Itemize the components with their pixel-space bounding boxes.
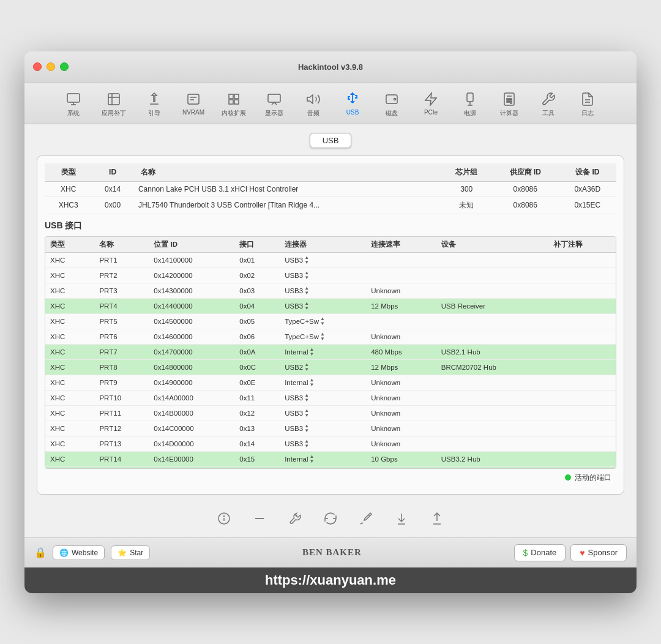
toolbar-item-pcie[interactable]: PCIe — [411, 88, 450, 120]
port-row[interactable]: XHC PRT9 0x14900000 0x0E Internal ▲▼ Unk… — [45, 375, 616, 390]
port-row[interactable]: XHC PRT10 0x14A00000 0x11 USB3 ▲▼ Unknow… — [45, 390, 616, 405]
toolbar-item-disk[interactable]: 磁盘 — [372, 88, 411, 120]
port-port: 0x04 — [234, 298, 280, 313]
usb-icon — [345, 91, 360, 108]
toolbar-item-display[interactable]: 显示器 — [255, 88, 294, 120]
port-connector[interactable]: Internal ▲▼ — [280, 344, 366, 359]
inject-button[interactable] — [356, 509, 376, 531]
star-icon: ⭐ — [118, 549, 127, 557]
donate-button[interactable]: $ Donate — [514, 544, 566, 561]
sponsor-label: Sponsor — [588, 548, 618, 557]
sponsor-button[interactable]: ♥ Sponsor — [570, 544, 627, 561]
port-row[interactable]: XHC PRT8 0x14800000 0x0C USB2 ▲▼ 12 Mbps… — [45, 359, 616, 375]
port-connector[interactable]: USB3 ▲▼ — [280, 283, 366, 298]
import-button[interactable] — [391, 509, 412, 531]
port-connector[interactable]: USB3 ▲▼ — [280, 436, 366, 451]
port-connector[interactable]: Internal ▲▼ — [280, 375, 366, 390]
toolbar-item-nvram[interactable]: NVRAM — [174, 88, 213, 120]
port-note — [548, 451, 616, 466]
port-port: 0x06 — [234, 329, 280, 344]
port-row[interactable]: XHC PRT12 0x14C00000 0x13 USB3 ▲▼ Unknow… — [45, 421, 616, 436]
port-row[interactable]: XHC PRT3 0x14300000 0x03 USB3 ▲▼ Unknown — [45, 283, 616, 298]
port-speed: Unknown — [366, 375, 436, 390]
toolbar-item-kernel[interactable]: 内核扩展 — [213, 88, 255, 120]
port-port: 0x02 — [234, 268, 280, 283]
port-connector[interactable]: TypeC+Sw ▲▼ — [280, 329, 366, 344]
port-connector[interactable]: USB2 ▲▼ — [280, 359, 366, 375]
port-connector[interactable]: USB3 ▲▼ — [280, 390, 366, 405]
refresh-button[interactable] — [320, 509, 341, 531]
star-button[interactable]: ⭐ Star — [111, 545, 150, 560]
connector-stepper[interactable]: ▲▼ — [304, 301, 309, 311]
toolbar-item-system[interactable]: 系统 — [54, 88, 93, 120]
port-device — [436, 283, 548, 298]
port-port: 0x0E — [234, 375, 280, 390]
port-note — [548, 344, 616, 359]
connector-stepper[interactable]: ▲▼ — [304, 439, 309, 449]
port-connector[interactable]: USB3 ▲▼ — [280, 405, 366, 421]
toolbar-item-boot[interactable]: 引导 — [135, 88, 174, 120]
port-row[interactable]: XHC PRT6 0x14600000 0x06 TypeC+Sw ▲▼ Unk… — [45, 329, 616, 344]
port-device — [436, 436, 548, 451]
port-connector[interactable]: USB3 ▲▼ — [280, 298, 366, 313]
port-name: PRT14 — [94, 451, 149, 466]
connector-stepper[interactable]: ▲▼ — [304, 255, 309, 265]
port-row[interactable]: XHC PRT13 0x14D00000 0x14 USB3 ▲▼ Unknow… — [45, 436, 616, 451]
log-label: 日志 — [581, 109, 594, 118]
port-location-id: 0x14300000 — [149, 283, 234, 298]
connector-stepper[interactable]: ▲▼ — [304, 286, 309, 296]
toolbar-item-patches[interactable]: 应用补丁 — [93, 88, 135, 120]
port-type: XHC — [45, 359, 94, 375]
port-row[interactable]: XHC PRT1 0x14100000 0x01 USB3 ▲▼ — [45, 252, 616, 268]
connector-stepper[interactable]: ▲▼ — [310, 347, 315, 357]
port-connector[interactable]: USB3 ▲▼ — [280, 421, 366, 436]
port-location-id: 0x14500000 — [149, 313, 234, 329]
website-label: Website — [72, 549, 98, 557]
toolbar-item-audio[interactable]: 音频 — [294, 88, 333, 120]
port-row[interactable]: XHC PRT4 0x14400000 0x04 USB3 ▲▼ 12 Mbps… — [45, 298, 616, 313]
close-button[interactable] — [33, 62, 42, 71]
port-connector[interactable]: USB3 ▲▼ — [280, 268, 366, 283]
connector-stepper[interactable]: ▲▼ — [304, 271, 309, 280]
port-type: XHC — [45, 451, 94, 466]
toolbar-item-power[interactable]: 电源 — [450, 88, 490, 120]
ports-container[interactable]: 类型 名称 位置 ID 接口 连接器 连接速率 设备 补丁注释 XHC PRT1… — [45, 236, 616, 469]
toolbar-item-log[interactable]: 日志 — [568, 88, 607, 120]
connector-stepper[interactable]: ▲▼ — [310, 378, 315, 388]
port-row[interactable]: XHC PRT7 0x14700000 0x0A Internal ▲▼ 480… — [45, 344, 616, 359]
remove-button[interactable] — [249, 509, 270, 531]
port-row[interactable]: XHC PRT14 0x14E00000 0x15 Internal ▲▼ 10… — [45, 451, 616, 466]
toolbar-item-tools[interactable]: 工具 — [529, 88, 568, 120]
connector-stepper[interactable]: ▲▼ — [304, 424, 309, 433]
disk-icon — [384, 91, 399, 108]
col-type: 类型 — [45, 163, 92, 182]
port-row[interactable]: XHC PRT11 0x14B00000 0x12 USB3 ▲▼ Unknow… — [45, 405, 616, 421]
port-port: 0x15 — [234, 451, 280, 466]
connector-stepper[interactable]: ▲▼ — [310, 454, 315, 464]
nvram-label: NVRAM — [182, 109, 204, 116]
port-device — [436, 421, 548, 436]
connector-stepper[interactable]: ▲▼ — [320, 316, 325, 326]
port-row[interactable]: XHC PRT2 0x14200000 0x02 USB3 ▲▼ — [45, 268, 616, 283]
connector-stepper[interactable]: ▲▼ — [304, 362, 309, 372]
connector-stepper[interactable]: ▲▼ — [304, 393, 309, 403]
toolbar-item-usb[interactable]: USB — [333, 88, 372, 120]
svg-point-30 — [224, 515, 225, 516]
system-label: 系统 — [67, 109, 80, 118]
export-button[interactable] — [427, 509, 447, 531]
maximize-button[interactable] — [60, 62, 69, 71]
connector-stepper[interactable]: ▲▼ — [320, 332, 325, 342]
connector-stepper[interactable]: ▲▼ — [304, 408, 309, 418]
port-row[interactable]: XHC PRT5 0x14500000 0x05 TypeC+Sw ▲▼ — [45, 313, 616, 329]
toolbar-item-calc[interactable]: 计算器 — [490, 88, 529, 120]
col-chipset: 芯片组 — [441, 163, 492, 182]
usb-tab-button[interactable]: USB — [310, 133, 352, 148]
website-button[interactable]: 🌐 Website — [53, 545, 105, 560]
port-connector[interactable]: Internal ▲▼ — [280, 451, 366, 466]
port-connector[interactable]: USB3 ▲▼ — [280, 252, 366, 268]
port-connector[interactable]: TypeC+Sw ▲▼ — [280, 313, 366, 329]
minimize-button[interactable] — [47, 62, 55, 71]
tab-bar: USB — [37, 133, 624, 148]
tools2-button[interactable] — [285, 509, 305, 531]
info-button[interactable] — [214, 509, 234, 531]
